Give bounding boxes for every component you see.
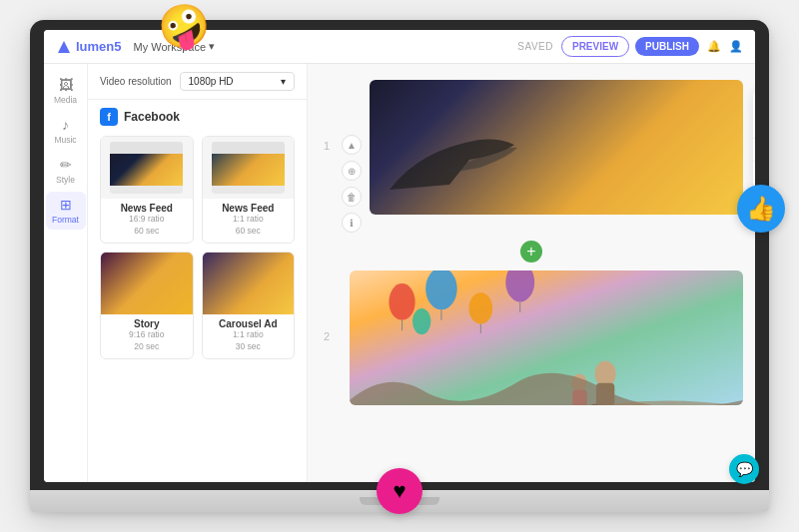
screen-bezel: lumen5 My Workspace ▾ SAVED PREVIEW PUBL… [30,20,769,490]
platform-name: Facebook [124,110,180,124]
resolution-chevron-icon: ▾ [281,76,286,87]
platform-header: f Facebook [100,108,295,126]
media-label: Media [54,95,77,105]
card-duration-2: 60 sec [209,226,289,238]
format-label: Format [52,215,79,225]
card-duration-1: 60 sec [107,226,187,238]
card-info-3: Story 9:16 ratio 20 sec [101,314,193,358]
logo: lumen5 [56,39,122,55]
format-card-story[interactable]: Story 9:16 ratio 20 sec [100,252,194,359]
svg-marker-0 [58,41,70,53]
sidebar-item-format[interactable]: ⊞ Format [46,192,86,230]
card-title-1: News Feed [107,203,187,214]
card-info-1: News Feed 16:9 ratio 60 sec [101,199,193,243]
slide-delete-btn[interactable]: 🗑 [342,187,362,207]
user-icon[interactable]: 👤 [729,40,743,53]
svg-point-7 [505,270,534,301]
card-thumb-landscape [101,137,193,199]
svg-point-3 [425,270,457,309]
card-thumb-story [101,253,193,314]
resolution-bar: Video resolution 1080p HD ▾ [88,64,307,100]
card-ratio-3: 9:16 ratio [107,329,187,341]
preview-button[interactable]: PREVIEW [561,36,629,57]
card-thumb-carousel [203,253,295,314]
style-label: Style [56,175,75,185]
resolution-value: 1080p HD [189,76,234,87]
music-icon: ♪ [62,117,69,133]
format-card-news-feed-landscape[interactable]: News Feed 16:9 ratio 60 sec [100,136,194,244]
sidebar-item-style[interactable]: ✏ Style [46,152,86,190]
bell-icon[interactable]: 🔔 [707,40,721,53]
topbar-icons: 🔔 👤 [707,40,743,53]
saved-badge: SAVED [517,41,553,52]
slide-row-1: 1 ▲ ⊕ 🗑 ℹ [320,80,743,233]
publish-button[interactable]: PUBLISH [635,37,699,56]
format-card-carousel[interactable]: Carousel Ad 1:1 ratio 30 sec [202,252,296,359]
context-more[interactable]: — More options [753,164,755,185]
svg-point-5 [469,292,493,324]
slide-info-btn[interactable]: ℹ [342,213,362,233]
card-title-3: Story [107,318,187,329]
topbar: lumen5 My Workspace ▾ SAVED PREVIEW PUBL… [44,30,755,64]
media-icon: 🖼 [59,77,73,93]
mock-newsfeed [110,142,183,195]
card-ratio-2: 1:1 ratio [209,214,289,226]
chat-bubble-button[interactable]: 💬 [729,454,755,482]
slide-controls-1: ▲ ⊕ 🗑 ℹ [342,80,362,233]
slide-2-wrap [350,270,743,405]
slide-up-btn[interactable]: ▲ [342,135,362,155]
format-panel: Video resolution 1080p HD ▾ f Facebook [88,64,308,482]
add-slide-button[interactable]: + [520,241,542,263]
main-content: 🖼 Media ♪ Music ✏ Style [44,64,755,482]
format-grid: News Feed 16:9 ratio 60 sec [100,136,295,359]
resolution-label: Video resolution [100,76,172,87]
canvas-area: ⏱ 00:23 ▾ 1 ▲ ⊕ [308,64,755,482]
emoji-thumbs: 👍 [737,185,785,233]
format-card-news-feed-square[interactable]: News Feed 1:1 ratio 60 sec [202,136,296,244]
slide-copy-btn[interactable]: ⊕ [342,161,362,181]
music-label: Music [54,135,76,145]
mock-nf-header [110,142,183,154]
mock-nf-footer-2 [212,186,285,194]
slide-2-image[interactable] [350,270,743,405]
card-thumb-square [203,137,295,199]
balloons-svg [350,270,743,405]
mock-newsfeed-2 [212,142,285,195]
app-container: lumen5 My Workspace ▾ SAVED PREVIEW PUBL… [44,30,755,482]
context-layouts[interactable]: ⊞ Layouts [753,115,755,136]
card-info-2: News Feed 1:1 ratio 60 sec [203,199,295,243]
carousel-thumb-bg [203,253,295,314]
laptop-frame: lumen5 My Workspace ▾ SAVED PREVIEW PUBL… [30,20,769,512]
context-preview[interactable]: ▶ Preview [753,94,755,115]
sidebar-item-media[interactable]: 🖼 Media [46,72,86,110]
mock-nf-image-2 [212,154,285,187]
slide-1-image[interactable] [370,80,743,215]
card-duration-4: 30 sec [209,341,289,353]
airplane-svg [380,130,519,200]
resolution-select[interactable]: 1080p HD ▾ [180,72,295,91]
style-icon: ✏ [60,157,72,173]
emoji-heart: ♥ [377,468,422,514]
context-menu: ▶ Preview ⊞ Layouts [753,90,755,189]
card-duration-3: 20 sec [107,341,187,353]
mock-nf-image [110,154,183,187]
laptop-screen: lumen5 My Workspace ▾ SAVED PREVIEW PUBL… [44,30,755,482]
svg-point-9 [412,308,430,334]
card-title-4: Carousel Ad [209,318,289,329]
card-ratio-4: 1:1 ratio [209,329,289,341]
mock-nf-footer [110,186,183,194]
mock-frame [101,137,193,199]
logo-text: lumen5 [76,39,122,54]
card-ratio-1: 16:9 ratio [107,214,187,226]
add-slide-section: + [320,237,743,266]
speed-row: - 5s + [753,141,755,159]
emoji-face: 🤪 [154,0,214,55]
platform-section: f Facebook [88,100,307,367]
sidebar-icons: 🖼 Media ♪ Music ✏ Style [44,64,88,482]
context-separator [753,138,755,139]
story-thumb-bg [101,253,193,314]
slide-row-2: 2 [320,270,743,405]
sidebar-item-music[interactable]: ♪ Music [46,112,86,150]
format-icon: ⊞ [60,197,72,213]
mock-nf-header-2 [212,142,285,154]
